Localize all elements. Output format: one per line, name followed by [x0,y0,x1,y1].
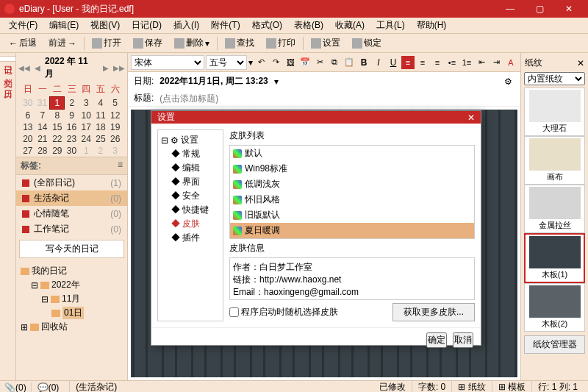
panel-close-icon[interactable]: ✕ [577,58,584,68]
save-button[interactable]: 保存 [129,35,167,51]
calendar-day[interactable]: 14 [35,121,50,133]
texture-manager-button[interactable]: 纸纹管理器 [524,335,585,354]
texture-source-select[interactable]: 内置纸纹 [524,72,585,85]
calendar-day[interactable]: 24 [79,133,93,145]
skin-item[interactable]: Win98标准 [230,161,474,177]
menu-item[interactable]: 帮助(H) [411,18,453,33]
calendar-day[interactable]: 21 [35,133,50,145]
calendar-day[interactable]: 5 [108,97,123,110]
calendar-day[interactable]: 3 [108,145,123,157]
status-template[interactable]: ⊞ 模板 [492,381,531,392]
menu-item[interactable]: 工具(L) [370,18,411,33]
rail-tab[interactable]: 文档 [0,69,15,74]
calendar-day[interactable]: 30 [21,97,35,110]
texture-thumb[interactable]: 木板(2) [524,283,585,332]
rail-tab[interactable]: 日记 [0,56,16,62]
calendar-day[interactable]: 28 [35,145,50,157]
bold-button[interactable]: B [357,56,370,69]
calendar-day[interactable]: 23 [65,133,79,145]
dialog-close-icon[interactable]: ✕ [467,113,475,123]
underline-button[interactable]: U [387,56,400,69]
tree-day[interactable]: 01日 [21,306,123,320]
close-button[interactable]: ✕ [554,0,584,18]
tag-item[interactable]: 心情随笔(0) [16,206,127,221]
calendar-day[interactable]: 26 [108,133,123,145]
menu-item[interactable]: 附件(T) [205,18,245,33]
title-input[interactable] [159,93,514,104]
cal-next-month[interactable]: ▶ [103,64,109,72]
find-button[interactable]: 查找 [220,35,259,51]
back-button[interactable]: ← 后退 [4,35,41,51]
cal-prev-month[interactable]: ◀ [35,64,40,72]
calendar-day[interactable]: 22 [50,133,65,145]
skin-item[interactable]: 怀旧风格 [230,192,474,207]
tag-item[interactable]: 工作笔记(0) [16,221,127,237]
settings-tree-item[interactable]: ◆ 插件 [161,231,220,245]
texture-thumb[interactable]: 画布 [524,136,585,185]
settings-tree-item[interactable]: ◆ 快捷键 [161,203,220,217]
calendar-day[interactable]: 8 [50,110,65,122]
date-dropdown-icon[interactable]: ▾ [274,76,279,87]
calendar-day[interactable]: 31 [35,97,50,110]
paste-icon[interactable]: 📋 [343,56,356,69]
cal-next-year[interactable]: ▶▶ [113,64,125,72]
calendar-day[interactable]: 7 [35,110,50,122]
cut-icon[interactable]: ✂ [313,56,326,69]
status-paper[interactable]: ⊞ 纸纹 [451,381,491,392]
calendar-day[interactable]: 12 [108,110,123,122]
menu-item[interactable]: 收藏(A) [329,18,370,33]
more-skins-button[interactable]: 获取更多皮肤... [392,303,475,321]
tree-recycle[interactable]: ⊞ 回收站 [21,320,123,334]
calendar-day[interactable]: 25 [93,133,108,145]
image-icon[interactable]: 🖼 [284,56,297,69]
align-left-icon[interactable]: ≡ [401,56,415,69]
indent-icon[interactable]: ⇥ [490,56,503,69]
calendar-title[interactable]: 2022 年 11 月 [45,55,98,80]
calendar-day[interactable]: 9 [65,110,79,122]
calendar-icon[interactable]: 📅 [298,56,312,69]
menu-item[interactable]: 格式(O) [246,18,288,33]
status-attach-icon[interactable]: 📎(0) [4,382,26,393]
texture-thumb[interactable]: 金属拉丝 [524,185,585,233]
maximize-button[interactable]: ▢ [525,0,554,18]
italic-button[interactable]: I [372,56,385,69]
settings-tree-item[interactable]: ◆ 皮肤 [161,217,220,231]
status-comment-icon[interactable]: 💬(0) [31,382,65,393]
settings-button[interactable]: 设置 [306,35,345,51]
calendar-day[interactable]: 1 [79,145,93,157]
calendar-day[interactable]: 1 [50,97,65,110]
texture-thumb[interactable]: 木板(1) [524,233,585,283]
redo-icon[interactable]: ↷ [269,56,282,69]
settings-tree-item[interactable]: ◆ 编辑 [161,161,220,175]
menu-item[interactable]: 编辑(E) [43,18,85,33]
list-bullet-icon[interactable]: •≡ [445,56,459,69]
rail-tab[interactable]: 日历 [0,81,15,85]
skin-item[interactable]: 夏日暖调 [230,223,474,238]
skin-item[interactable]: 旧版默认 [230,207,474,223]
copy-icon[interactable]: ⧉ [328,56,341,69]
calendar-day[interactable]: 2 [93,145,108,157]
open-button[interactable]: 打开 [87,35,126,51]
settings-tree-item[interactable]: ◆ 常规 [161,147,220,161]
font-color-icon[interactable]: A [504,56,517,69]
calendar-day[interactable]: 6 [21,110,35,122]
menu-item[interactable]: 文件(F) [3,18,43,33]
tree-root[interactable]: 我的日记 [21,264,123,278]
menu-item[interactable]: 视图(V) [85,18,126,33]
delete-button[interactable]: 删除 ▾ [170,35,214,51]
print-button[interactable]: 打印 [262,35,300,51]
settings-tree-item[interactable]: ◆ 界面 [161,175,220,189]
write-today-button[interactable]: 写今天的日记 [19,240,124,258]
calendar-day[interactable]: 4 [93,97,108,110]
undo-icon[interactable]: ↶ [254,56,268,69]
calendar-day[interactable]: 30 [65,145,79,157]
calendar-day[interactable]: 11 [93,110,108,122]
menu-item[interactable]: 表格(B) [288,18,329,33]
tag-item[interactable]: (全部日记)(1) [16,175,127,190]
bulb-icon[interactable]: ⚙ [504,76,514,87]
menu-item[interactable]: 日记(D) [126,18,168,33]
size-select[interactable]: 五号 [206,55,247,70]
font-select[interactable]: 宋体 [131,55,204,70]
skin-item[interactable]: 低调浅灰 [230,177,474,192]
calendar-day[interactable]: 29 [50,145,65,157]
